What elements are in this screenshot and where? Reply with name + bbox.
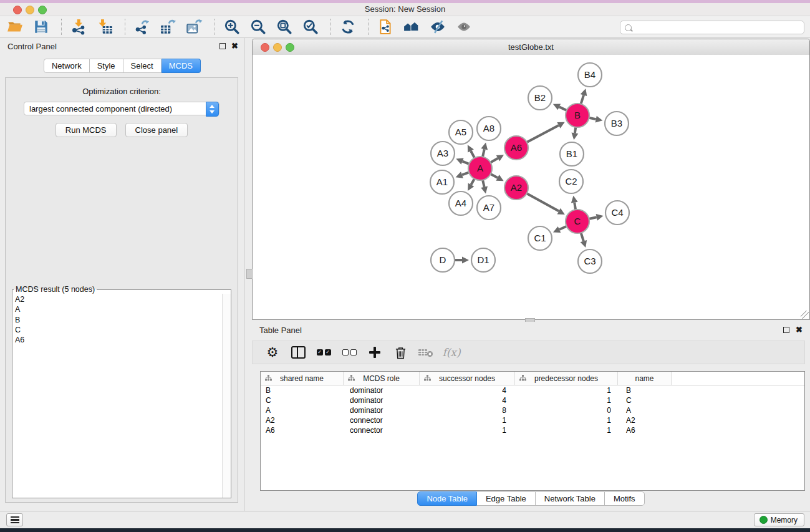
status-bar: Memory <box>0 511 810 529</box>
window-title: Session: New Session <box>0 4 810 14</box>
hide-details-eye-icon[interactable] <box>429 18 446 36</box>
criterion-selected-value: largest connected component (directed) <box>29 104 172 114</box>
column-header-name[interactable]: name <box>618 372 672 385</box>
tab-network[interactable]: Network <box>44 59 90 73</box>
edge-arrowhead-icon <box>462 257 469 264</box>
import-table-icon[interactable] <box>96 18 113 36</box>
graph-node-label: C1 <box>534 233 546 243</box>
graph-node-label: B4 <box>584 69 595 80</box>
add-column-icon[interactable] <box>367 345 382 360</box>
control-panel: Control Panel ✖ Network Style Select MCD… <box>0 38 245 511</box>
list-item[interactable]: A6 <box>15 335 222 345</box>
tab-style[interactable]: Style <box>90 59 123 73</box>
list-item[interactable]: A2 <box>15 294 222 304</box>
graph-node-label: A4 <box>455 198 466 208</box>
toolbar-separator <box>215 19 216 35</box>
table-panel: Table Panel ✖ ⚙ ✓✓ f(x) shared name <box>252 322 810 511</box>
memory-button[interactable]: Memory <box>754 513 804 526</box>
memory-status-dot-icon <box>759 516 768 524</box>
result-scrollbar[interactable] <box>222 294 231 498</box>
column-layout-icon[interactable] <box>291 345 306 360</box>
network-view-title: testGlobe.txt <box>253 42 809 52</box>
toolbar-separator <box>368 19 369 35</box>
tab-mcds[interactable]: MCDS <box>162 59 201 73</box>
graph-node-label: B2 <box>534 92 546 103</box>
show-details-eye-icon[interactable] <box>455 18 473 36</box>
list-icon <box>11 516 19 523</box>
network-file-icon[interactable] <box>377 18 394 36</box>
criterion-select[interactable]: largest connected component (directed) <box>24 102 219 115</box>
resize-grip-icon[interactable] <box>801 311 809 319</box>
zoom-fit-icon[interactable] <box>276 18 293 36</box>
table-row[interactable]: A2 connector 1 1 A2 <box>261 415 804 425</box>
table-toolbar: ⚙ ✓✓ f(x) <box>252 341 805 364</box>
mcds-result-box: MCDS result (5 nodes) A2 A B C A6 <box>12 285 231 498</box>
graph-node-label: C <box>574 216 581 226</box>
zoom-out-icon[interactable] <box>249 18 267 36</box>
edge-arrowhead-icon <box>571 133 578 140</box>
deselect-all-columns-icon[interactable] <box>342 345 357 360</box>
node-table: shared name MCDS role successor nodes pr… <box>260 371 805 491</box>
column-header-mcds-role[interactable]: MCDS role <box>344 372 420 385</box>
task-list-button[interactable] <box>6 513 23 526</box>
graph-node-label: A7 <box>483 202 494 213</box>
search-input[interactable] <box>634 22 801 33</box>
table-settings-gear-icon[interactable]: ⚙ <box>265 345 280 360</box>
graph-node-label: A3 <box>437 148 448 158</box>
network-graph[interactable]: B4B2BB3A8A5A6B1A3AA1C2A2A4A7C4CC1C3DD1 <box>253 55 809 319</box>
select-stepper-icon[interactable] <box>206 102 219 117</box>
toolbar-separator <box>125 19 126 35</box>
table-panel-title: Table Panel <box>259 326 302 335</box>
zoom-in-icon[interactable] <box>223 18 241 36</box>
tab-node-table[interactable]: Node Table <box>417 491 477 506</box>
export-image-icon[interactable] <box>186 18 203 36</box>
column-header-successor-nodes[interactable]: successor nodes <box>420 372 515 385</box>
close-panel-button[interactable]: Close panel <box>125 123 188 137</box>
select-all-columns-icon[interactable]: ✓✓ <box>316 345 331 360</box>
tab-motifs[interactable]: Motifs <box>605 491 645 506</box>
tab-select[interactable]: Select <box>123 59 162 73</box>
list-item[interactable]: C <box>15 325 222 335</box>
float-panel-icon[interactable] <box>219 43 226 49</box>
graph-node-label: D <box>440 254 446 265</box>
open-session-icon[interactable] <box>6 18 24 36</box>
tree-column-icon <box>519 375 526 381</box>
table-row[interactable]: B dominator 4 1 B <box>261 385 804 395</box>
close-panel-icon[interactable]: ✖ <box>231 41 238 51</box>
search-field[interactable] <box>620 21 804 34</box>
delete-column-icon[interactable] <box>393 345 408 360</box>
export-table-icon[interactable] <box>160 18 177 36</box>
import-network-icon[interactable] <box>70 18 87 36</box>
optimization-criterion-label: Optimization criterion: <box>6 87 238 96</box>
save-session-icon[interactable] <box>32 18 50 36</box>
run-mcds-button[interactable]: Run MCDS <box>55 123 117 137</box>
graph-node-label: C3 <box>584 256 595 266</box>
zoom-selected-icon[interactable] <box>302 18 319 36</box>
table-row[interactable]: A dominator 8 0 A <box>261 405 804 415</box>
home-views-icon[interactable] <box>403 18 420 36</box>
refresh-view-icon[interactable] <box>339 18 357 36</box>
table-row[interactable]: C dominator 4 1 C <box>261 395 804 405</box>
float-panel-icon[interactable] <box>783 327 789 333</box>
network-canvas[interactable]: B4B2BB3A8A5A6B1A3AA1C2A2A4A7C4CC1C3DD1 <box>253 55 809 319</box>
graph-node-label: C2 <box>565 176 577 186</box>
network-window-titlebar[interactable]: testGlobe.txt <box>253 39 809 56</box>
mcds-result-list[interactable]: A2 A B C A6 <box>12 294 222 498</box>
mcds-result-legend: MCDS result (5 nodes) <box>14 285 97 294</box>
column-header-shared-name[interactable]: shared name <box>261 372 344 385</box>
tree-column-icon <box>348 375 355 381</box>
export-network-icon[interactable] <box>133 18 151 36</box>
tab-network-table[interactable]: Network Table <box>536 491 605 506</box>
tab-edge-table[interactable]: Edge Table <box>477 491 536 506</box>
toolbar-separator <box>330 19 332 35</box>
list-item[interactable]: B <box>15 315 222 325</box>
close-panel-icon[interactable]: ✖ <box>796 325 803 334</box>
edge-arrowhead-icon <box>595 116 603 123</box>
graph-node-label: A5 <box>455 127 466 137</box>
edge-arrowhead-icon <box>481 142 488 150</box>
column-header-predecessor-nodes[interactable]: predecessor nodes <box>515 372 618 385</box>
table-row[interactable]: A6 connector 1 1 A6 <box>261 425 804 435</box>
control-panel-tabs: Network Style Select MCDS <box>0 59 244 73</box>
vertical-splitter-handle[interactable] <box>246 269 253 279</box>
list-item[interactable]: A <box>15 304 222 314</box>
